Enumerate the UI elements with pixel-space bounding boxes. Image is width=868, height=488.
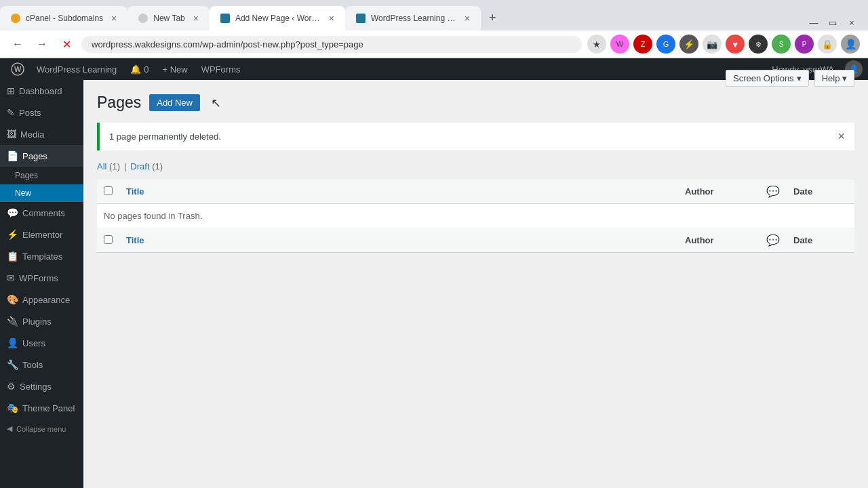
no-items-cell: No pages found in Trash. [97, 204, 854, 228]
wp-logo-icon: W [11, 62, 24, 76]
tab-label: cPanel - Subdomains [26, 14, 103, 23]
sidebar-item-plugins[interactable]: 🔌 Plugins [0, 310, 83, 332]
filter-all-link[interactable]: All [97, 161, 106, 171]
url-bar[interactable]: wordpress.wakdesigns.com/wp-admin/post-n… [81, 36, 582, 53]
users-icon: 👤 [7, 338, 18, 348]
sidebar-item-comments[interactable]: 💬 Comments [0, 202, 83, 224]
sidebar-item-wpforms[interactable]: ✉ WPForms [0, 267, 83, 289]
sidebar-item-elementor[interactable]: ⚡ Elementor [0, 224, 83, 245]
select-all-footer-checkbox[interactable] [104, 235, 113, 244]
add-new-button[interactable]: Add New [149, 94, 200, 111]
sidebar-subitem-pages-all[interactable]: Pages [0, 167, 83, 184]
footer-title-sort-link[interactable]: Title [126, 235, 144, 245]
reload-button[interactable]: ✕ [57, 35, 76, 54]
sidebar-item-users[interactable]: 👤 Users [0, 332, 83, 354]
tab-close-icon[interactable]: × [111, 13, 117, 24]
sidebar-item-dashboard[interactable]: ⊞ Dashboard [0, 80, 83, 102]
sidebar-label-media: Media [20, 129, 44, 140]
sidebar: ⊞ Dashboard ✎ Posts 🖼 Media 📄 Pages Page… [0, 80, 83, 488]
minimize-button[interactable]: — [806, 14, 822, 30]
select-all-checkbox[interactable] [104, 186, 113, 195]
plugins-icon: 🔌 [7, 316, 18, 327]
admin-bar-wpforms[interactable]: WPForms [195, 58, 248, 80]
back-button[interactable]: ← [8, 35, 27, 54]
table-header-row: Title Author 💬 Date [97, 180, 854, 204]
header-comments: 💬 [760, 180, 787, 204]
footer-date-label: Date [793, 235, 812, 245]
tab-close-icon[interactable]: × [193, 13, 199, 24]
tab-favicon [138, 14, 148, 23]
comments-icon: 💬 [7, 207, 18, 218]
tab-addnew[interactable]: Add New Page ‹ WordPress Lea... × [210, 6, 345, 30]
notice-text: 1 page permanently deleted. [109, 131, 221, 142]
ext-icon-4[interactable]: ⚡ [679, 35, 698, 54]
settings-icon: ⚙ [7, 381, 16, 392]
sidebar-label-tools: Tools [22, 360, 43, 370]
ext-icon-9[interactable]: P [795, 35, 814, 54]
new-tab-button[interactable]: + [481, 5, 505, 30]
sidebar-label-elementor: Elementor [22, 230, 62, 240]
svg-text:W: W [14, 65, 22, 73]
sidebar-label-theme-panel: Theme Panel [22, 403, 75, 413]
admin-bar-site[interactable]: WordPress Learning [30, 58, 123, 80]
footer-title: Title [119, 228, 678, 253]
ext-icon-7[interactable]: ⚙ [749, 35, 768, 54]
ext-icon-6[interactable]: ♥ [726, 35, 745, 54]
filter-all[interactable]: All (1) [97, 161, 120, 171]
sidebar-label-users: Users [22, 338, 45, 348]
screen-options-arrow: ▾ [797, 73, 802, 83]
ext-icon-2[interactable]: Z [633, 35, 652, 54]
close-button[interactable]: × [844, 14, 860, 30]
sidebar-subitem-pages-new[interactable]: New [0, 184, 83, 202]
admin-bar-new[interactable]: + New [156, 58, 195, 80]
tab-cpanel[interactable]: cPanel - Subdomains × [0, 6, 127, 30]
notice-close-button[interactable]: × [837, 129, 845, 144]
tab-close-icon[interactable]: × [329, 13, 334, 24]
forward-button[interactable]: → [33, 35, 52, 54]
screen-options-button[interactable]: Screen Options ▾ [726, 70, 809, 87]
notifications-count: 0 [144, 64, 149, 75]
help-button[interactable]: Help ▾ [814, 70, 854, 87]
sidebar-item-templates[interactable]: 📋 Templates [0, 245, 83, 267]
tab-wplearning[interactable]: WordPress Learning – By Wak Ac... × [345, 6, 481, 30]
tab-newtab[interactable]: New Tab × [127, 6, 210, 30]
sidebar-item-media[interactable]: 🖼 Media [0, 123, 83, 145]
sidebar-item-settings[interactable]: ⚙ Settings [0, 375, 83, 397]
filter-links: All (1) | Draft (1) [97, 161, 854, 171]
theme-panel-icon: 🎭 [7, 403, 18, 413]
sidebar-item-pages[interactable]: 📄 Pages [0, 145, 83, 167]
ext-icon-5[interactable]: 📷 [703, 35, 722, 54]
maximize-button[interactable]: ▭ [825, 14, 841, 30]
wp-logo[interactable]: W [5, 62, 30, 76]
sidebar-item-tools[interactable]: 🔧 Tools [0, 354, 83, 375]
filter-draft-link[interactable]: Draft [130, 161, 149, 171]
ext-icon-8[interactable]: S [772, 35, 791, 54]
tab-close-icon[interactable]: × [465, 13, 470, 24]
title-sort-link[interactable]: Title [126, 186, 144, 197]
site-name: WordPress Learning [37, 64, 117, 75]
cursor: ↖ [211, 96, 221, 110]
sidebar-sublabel-pages: Pages [15, 171, 38, 180]
ext-icon-1[interactable]: W [610, 35, 629, 54]
ext-icon-3[interactable]: G [656, 35, 675, 54]
sidebar-item-posts[interactable]: ✎ Posts [0, 102, 83, 123]
bookmark-icon[interactable]: ★ [587, 35, 606, 54]
sidebar-item-theme-panel[interactable]: 🎭 Theme Panel [0, 397, 83, 419]
footer-check [97, 228, 119, 253]
main-content: Screen Options ▾ Help ▾ Pages Add New ↖ … [83, 80, 868, 488]
sidebar-item-collapse[interactable]: ◀ Collapse menu [0, 419, 83, 439]
profile-icon[interactable]: 👤 [841, 35, 860, 54]
tab-favicon [356, 14, 366, 23]
wpforms-label: WPForms [201, 64, 241, 75]
ext-icon-10[interactable]: 🔒 [818, 35, 837, 54]
admin-bar-notifications[interactable]: 🔔 0 [123, 58, 155, 80]
browser-window: cPanel - Subdomains × New Tab × Add New … [0, 0, 868, 58]
filter-draft[interactable]: Draft (1) [130, 161, 163, 171]
header-author: Author [678, 180, 760, 204]
wp-layout: ⊞ Dashboard ✎ Posts 🖼 Media 📄 Pages Page… [0, 80, 868, 488]
footer-comments: 💬 [760, 228, 787, 253]
filter-all-count: (1) [109, 161, 120, 171]
author-label: Author [685, 186, 714, 197]
sidebar-item-appearance[interactable]: 🎨 Appearance [0, 289, 83, 310]
sidebar-label-comments: Comments [22, 208, 65, 218]
